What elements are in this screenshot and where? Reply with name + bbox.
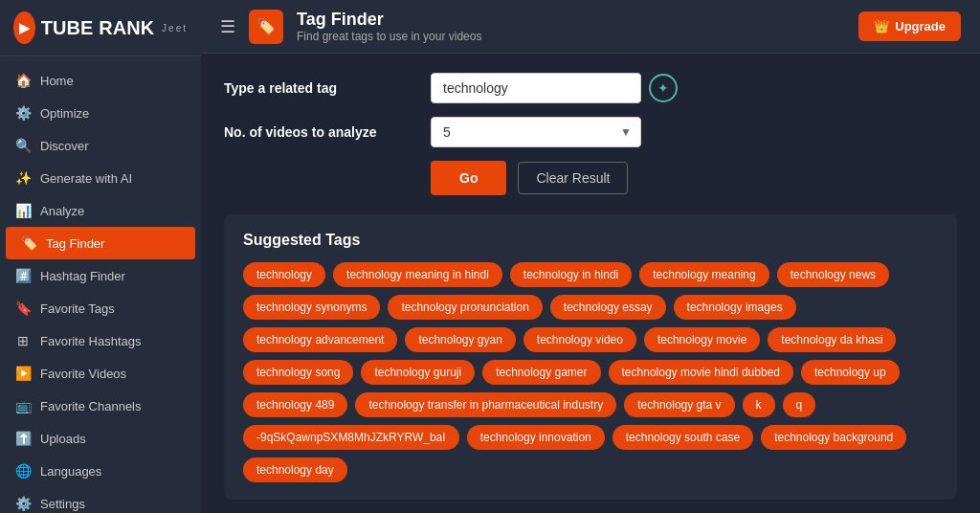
languages-icon: 🌐 <box>15 463 31 479</box>
upgrade-button[interactable]: 👑 Upgrade <box>858 11 961 41</box>
sidebar-item-label: Analyze <box>40 204 84 218</box>
tag-pill[interactable]: technology da khasi <box>768 327 896 352</box>
tag-pill[interactable]: technology gamer <box>482 360 600 385</box>
favorite-tags-icon: 🔖 <box>15 301 31 316</box>
clear-button[interactable]: Clear Result <box>518 162 628 194</box>
sidebar-item-discover[interactable]: 🔍 Discover <box>0 129 201 162</box>
tag-pill[interactable]: technology movie hindi dubbed <box>609 360 793 385</box>
sidebar-item-hashtag-finder[interactable]: #️⃣ Hashtag Finder <box>0 259 201 292</box>
tag-pill[interactable]: technology images <box>674 295 796 320</box>
tag-pill[interactable]: technology song <box>243 360 353 385</box>
videos-row: No. of videos to analyze 5 10 15 20 ▼ <box>224 117 957 147</box>
tags-container: technologytechnology meaning in hinditec… <box>243 262 938 482</box>
tag-pill[interactable]: technology in hindi <box>510 262 632 287</box>
tag-pill[interactable]: technology 489 <box>243 392 347 417</box>
tag-label: Type a related tag <box>224 80 415 96</box>
tag-input-wrap: ✦ <box>431 73 678 103</box>
main-area: ☰ 🏷️ Tag Finder Find great tags to use i… <box>201 0 980 513</box>
sidebar-item-label: Uploads <box>40 432 86 446</box>
tag-pill[interactable]: technology synonyms <box>243 295 380 320</box>
sidebar-item-analyze[interactable]: 📊 Analyze <box>0 194 201 227</box>
tag-pill[interactable]: technology gta v <box>624 392 734 417</box>
uploads-icon: ⬆️ <box>15 431 31 446</box>
sidebar-logo: ▶ TUBE RANK Jeet <box>0 0 201 56</box>
logo-icon: ▶ <box>13 11 35 44</box>
tag-pill[interactable]: technology innovation <box>467 425 605 450</box>
tag-pill[interactable]: technology advancement <box>243 327 397 352</box>
tag-pill[interactable]: technology news <box>777 262 889 287</box>
tag-pill[interactable]: technology <box>243 262 325 287</box>
tag-finder-icon: 🏷️ <box>21 235 36 251</box>
sidebar-item-languages[interactable]: 🌐 Languages <box>0 455 201 487</box>
page-title-wrap: Tag Finder Find great tags to use in you… <box>297 10 481 43</box>
sidebar-item-favorite-tags[interactable]: 🔖 Favorite Tags <box>0 292 201 324</box>
logo-tube: TUBE <box>41 17 93 39</box>
content-area: Type a related tag ✦ No. of videos to an… <box>201 54 980 513</box>
videos-label: No. of videos to analyze <box>224 124 415 140</box>
button-row: Go Clear Result <box>431 161 957 195</box>
tag-input-row: Type a related tag ✦ <box>224 73 957 103</box>
tag-pill[interactable]: technology background <box>761 425 906 450</box>
discover-icon: 🔍 <box>15 138 31 153</box>
tag-pill[interactable]: technology meaning in hindi <box>333 262 502 287</box>
page-title: Tag Finder <box>297 10 481 30</box>
sidebar-item-label: Generate with AI <box>40 171 132 186</box>
logo-rank: RANK <box>99 17 154 39</box>
upgrade-label: Upgrade <box>895 19 946 33</box>
logo-jeet: Jeet <box>162 23 188 33</box>
tags-title: Suggested Tags <box>243 232 938 249</box>
sidebar-item-label: Settings <box>40 497 85 511</box>
page-subtitle: Find great tags to use in your videos <box>297 30 481 43</box>
settings-icon: ⚙️ <box>15 496 31 511</box>
favorite-videos-icon: ▶️ <box>15 366 31 381</box>
go-button[interactable]: Go <box>431 161 506 195</box>
topbar-left: ☰ 🏷️ Tag Finder Find great tags to use i… <box>220 10 481 44</box>
sidebar-item-label: Languages <box>40 464 101 479</box>
tag-pill[interactable]: technology day <box>243 457 347 482</box>
favorite-channels-icon: 📺 <box>15 398 31 413</box>
sidebar-item-label: Optimize <box>40 106 89 121</box>
tag-pill[interactable]: technology south case <box>612 425 753 450</box>
tag-pill[interactable]: k <box>743 392 775 417</box>
ai-icon[interactable]: ✦ <box>649 74 678 102</box>
analyze-icon: 📊 <box>15 203 31 218</box>
sidebar-item-label: Home <box>40 74 74 88</box>
tag-pill[interactable]: -9qSkQawnpSXM8MhJZkRYRW_baI <box>243 425 459 450</box>
favorite-hashtags-icon: ⊞ <box>15 333 31 348</box>
sidebar-item-favorite-channels[interactable]: 📺 Favorite Channels <box>0 390 201 422</box>
hamburger-icon[interactable]: ☰ <box>220 16 235 37</box>
sidebar-item-label: Hashtag Finder <box>40 269 125 283</box>
tag-pill[interactable]: technology essay <box>550 295 666 320</box>
tag-pill[interactable]: technology video <box>523 327 636 352</box>
hashtag-finder-icon: #️⃣ <box>15 268 31 283</box>
sidebar-item-home[interactable]: 🏠 Home <box>0 64 201 97</box>
tag-input[interactable] <box>431 73 641 103</box>
sidebar-item-label: Favorite Hashtags <box>40 334 142 348</box>
page-icon: 🏷️ <box>249 10 283 44</box>
sidebar-nav: 🏠 Home⚙️ Optimize🔍 Discover✨ Generate wi… <box>0 56 201 513</box>
sidebar: ▶ TUBE RANK Jeet 🏠 Home⚙️ Optimize🔍 Disc… <box>0 0 201 513</box>
sidebar-item-label: Favorite Channels <box>40 399 142 413</box>
sidebar-item-optimize[interactable]: ⚙️ Optimize <box>0 97 201 129</box>
sidebar-item-settings[interactable]: ⚙️ Settings <box>0 487 201 513</box>
tag-pill[interactable]: technology up <box>801 360 900 385</box>
form-section: Type a related tag ✦ No. of videos to an… <box>224 73 957 195</box>
sidebar-item-favorite-hashtags[interactable]: ⊞ Favorite Hashtags <box>0 324 201 357</box>
tag-pill[interactable]: technology guruji <box>361 360 475 385</box>
sidebar-item-generate-ai[interactable]: ✨ Generate with AI <box>0 162 201 194</box>
tag-pill[interactable]: technology pronunciation <box>388 295 542 320</box>
tags-section: Suggested Tags technologytechnology mean… <box>224 214 957 500</box>
optimize-icon: ⚙️ <box>15 105 31 121</box>
sidebar-item-label: Favorite Tags <box>40 301 115 316</box>
sidebar-item-uploads[interactable]: ⬆️ Uploads <box>0 422 201 455</box>
sidebar-item-favorite-videos[interactable]: ▶️ Favorite Videos <box>0 357 201 390</box>
tag-pill[interactable]: technology transfer in pharmaceutical in… <box>355 392 616 417</box>
sidebar-item-label: Favorite Videos <box>40 367 126 381</box>
sidebar-item-tag-finder[interactable]: 🏷️ Tag Finder <box>6 227 195 259</box>
tag-pill[interactable]: technology gyan <box>405 327 515 352</box>
tag-pill[interactable]: technology movie <box>644 327 760 352</box>
videos-select[interactable]: 5 10 15 20 <box>431 117 641 147</box>
tag-pill[interactable]: technology meaning <box>639 262 768 287</box>
tag-pill[interactable]: q <box>783 392 816 417</box>
videos-select-wrap: 5 10 15 20 ▼ <box>431 117 641 147</box>
